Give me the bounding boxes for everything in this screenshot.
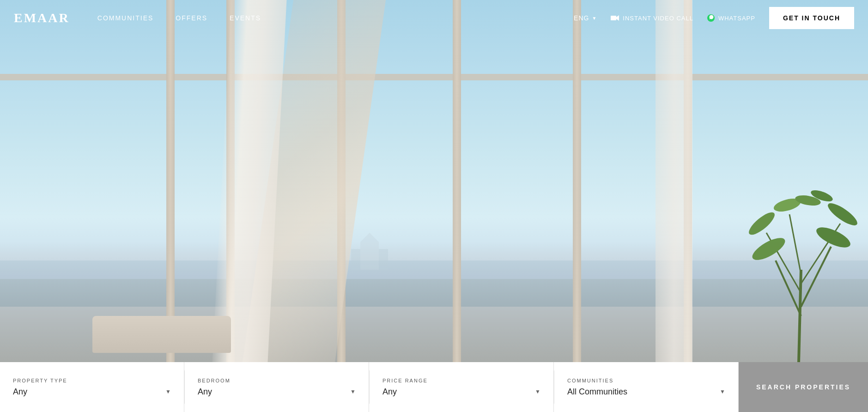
language-label: ENG bbox=[574, 14, 589, 22]
atlantis-building bbox=[323, 233, 416, 270]
bedroom-value: Any bbox=[198, 387, 212, 397]
svg-rect-13 bbox=[360, 242, 379, 270]
property-type-value: Any bbox=[13, 387, 27, 397]
svg-marker-16 bbox=[360, 233, 379, 242]
whatsapp-label: WHATSAPP bbox=[718, 15, 755, 22]
plant-decoration bbox=[729, 177, 868, 362]
price-range-field[interactable]: PRICE RANGE Any ▼ bbox=[370, 362, 554, 412]
hero-background bbox=[0, 0, 868, 362]
nav-link-offers[interactable]: OFFERS bbox=[176, 14, 207, 22]
whatsapp-button[interactable]: WHATSAPP bbox=[707, 14, 755, 22]
frame-top-element bbox=[0, 74, 868, 80]
instant-video-call-button[interactable]: INSTANT VIDEO CALL bbox=[611, 15, 693, 22]
nav-link-communities[interactable]: COMMUNITIES bbox=[97, 14, 154, 22]
lounge-chair bbox=[92, 316, 231, 353]
video-call-icon bbox=[611, 15, 619, 21]
svg-line-5 bbox=[789, 214, 801, 274]
svg-rect-17 bbox=[611, 16, 616, 20]
nav-links: COMMUNITIES OFFERS EVENTS bbox=[97, 14, 574, 22]
svg-marker-18 bbox=[616, 15, 619, 21]
price-range-dropdown-icon: ▼ bbox=[535, 388, 540, 395]
frame-line-4 bbox=[453, 0, 461, 362]
price-range-value-row: Any ▼ bbox=[382, 387, 540, 397]
nav-link-events[interactable]: EVENTS bbox=[230, 14, 261, 22]
video-call-label: INSTANT VIDEO CALL bbox=[623, 15, 693, 22]
communities-value-row: All Communities ▼ bbox=[567, 387, 725, 397]
language-selector[interactable]: ENG ▼ bbox=[574, 14, 597, 22]
svg-point-9 bbox=[825, 200, 860, 229]
property-type-value-row: Any ▼ bbox=[13, 387, 171, 397]
frame-line-1 bbox=[166, 0, 175, 362]
navbar: EMAAR COMMUNITIES OFFERS EVENTS ENG ▼ IN… bbox=[0, 0, 868, 36]
svg-rect-14 bbox=[351, 249, 360, 270]
price-range-label: PRICE RANGE bbox=[382, 378, 540, 383]
bedroom-dropdown-icon: ▼ bbox=[350, 388, 356, 395]
svg-point-8 bbox=[746, 209, 777, 238]
logo[interactable]: EMAAR bbox=[14, 11, 70, 25]
communities-field[interactable]: COMMUNITIES All Communities ▼ bbox=[554, 362, 739, 412]
bedroom-field[interactable]: BEDROOM Any ▼ bbox=[185, 362, 369, 412]
communities-dropdown-icon: ▼ bbox=[720, 388, 725, 395]
bedroom-value-row: Any ▼ bbox=[198, 387, 356, 397]
curtain-right bbox=[656, 0, 692, 362]
search-properties-button[interactable]: SEARCH PROPERTIES bbox=[739, 362, 868, 412]
property-type-dropdown-icon: ▼ bbox=[165, 388, 171, 395]
search-bar: PROPERTY TYPE Any ▼ BEDROOM Any ▼ PRICE … bbox=[0, 362, 868, 412]
communities-value: All Communities bbox=[567, 387, 627, 397]
language-arrow-icon: ▼ bbox=[592, 16, 597, 21]
bedroom-label: BEDROOM bbox=[198, 378, 356, 383]
svg-line-1 bbox=[776, 261, 801, 316]
whatsapp-icon bbox=[707, 14, 715, 22]
property-type-field[interactable]: PROPERTY TYPE Any ▼ bbox=[0, 362, 184, 412]
frame-line-5 bbox=[573, 0, 581, 362]
svg-point-7 bbox=[813, 224, 853, 252]
property-type-label: PROPERTY TYPE bbox=[13, 378, 171, 383]
svg-rect-15 bbox=[379, 249, 388, 270]
price-range-value: Any bbox=[382, 387, 397, 397]
get-in-touch-button[interactable]: GET IN TOUCH bbox=[769, 7, 854, 29]
nav-right: ENG ▼ INSTANT VIDEO CALL WHATSAPP GET IN… bbox=[574, 7, 854, 29]
communities-label: COMMUNITIES bbox=[567, 378, 725, 383]
